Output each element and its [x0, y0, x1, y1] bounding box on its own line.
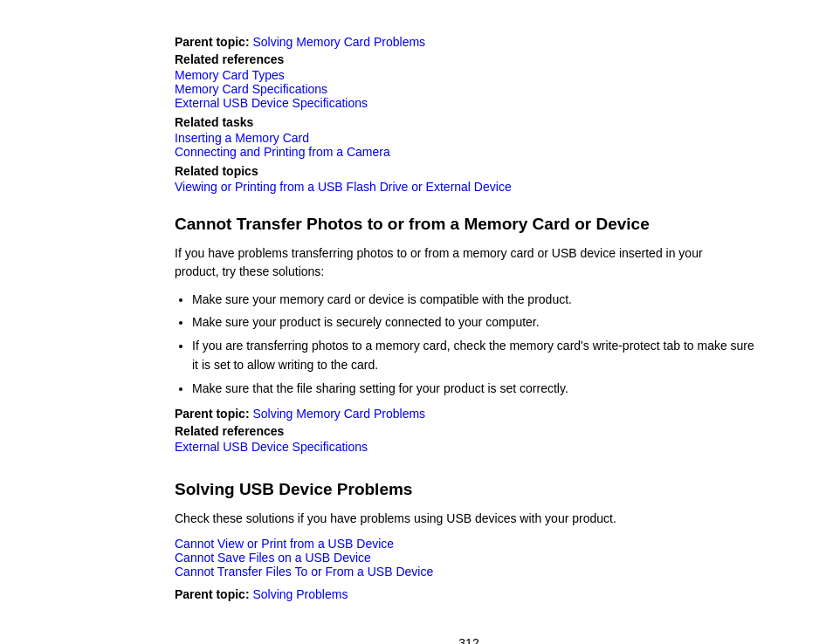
task-link-inserting-memory-card[interactable]: Inserting a Memory Card	[175, 131, 763, 145]
parent-topic-link[interactable]: Solving Memory Card Problems	[252, 35, 425, 49]
solving-usb-section: Solving USB Device Problems Check these …	[175, 480, 763, 601]
cannot-transfer-refs-list: External USB Device Specifications	[175, 440, 763, 454]
ref-link-memory-card-specs[interactable]: Memory Card Specifications	[175, 82, 763, 96]
bullet-item-2: Make sure your product is securely conne…	[192, 312, 760, 332]
cannot-transfer-heading: Cannot Transfer Photos to or from a Memo…	[175, 215, 763, 234]
parent-topic-label: Parent topic:	[175, 35, 250, 49]
usb-link-cannot-save-files[interactable]: Cannot Save Files on a USB Device	[175, 551, 763, 565]
cannot-transfer-parent-label: Parent topic:	[175, 407, 250, 421]
page-number: 312	[175, 636, 763, 644]
cannot-transfer-intro: If you have problems transferring photos…	[175, 244, 742, 281]
task-link-connecting-printing-camera[interactable]: Connecting and Printing from a Camera	[175, 145, 763, 159]
bullet-item-4: Make sure that the file sharing setting …	[192, 379, 760, 398]
page-container: Parent topic: Solving Memory Card Proble…	[0, 0, 833, 644]
top-parent-topic: Parent topic: Solving Memory Card Proble…	[175, 35, 763, 49]
related-references-block: Related references Memory Card Types Mem…	[175, 52, 763, 110]
cannot-transfer-related-refs: Related references External USB Device S…	[175, 424, 763, 454]
cannot-transfer-related-refs-label: Related references	[175, 424, 763, 438]
solving-usb-parent-label: Parent topic:	[175, 587, 250, 601]
bullet-item-1: Make sure your memory card or device is …	[192, 290, 760, 309]
solving-usb-links: Cannot View or Print from a USB Device C…	[175, 537, 763, 579]
usb-link-cannot-transfer-files[interactable]: Cannot Transfer Files To or From a USB D…	[175, 565, 763, 579]
related-refs-list: Memory Card Types Memory Card Specificat…	[175, 68, 763, 110]
cannot-transfer-parent-topic: Parent topic: Solving Memory Card Proble…	[175, 407, 763, 421]
ref-link-external-usb-specs-top[interactable]: External USB Device Specifications	[175, 96, 763, 110]
related-tasks-block: Related tasks Inserting a Memory Card Co…	[175, 115, 763, 159]
related-topics-list: Viewing or Printing from a USB Flash Dri…	[175, 180, 763, 194]
related-references-label: Related references	[175, 52, 763, 66]
bullet-item-3: If you are transferring photos to a memo…	[192, 336, 760, 375]
solving-usb-heading: Solving USB Device Problems	[175, 480, 763, 499]
cannot-transfer-section: Cannot Transfer Photos to or from a Memo…	[175, 215, 763, 454]
solving-usb-parent-link[interactable]: Solving Problems	[252, 587, 348, 601]
ref-link-memory-card-types[interactable]: Memory Card Types	[175, 68, 763, 82]
solving-usb-parent-topic: Parent topic: Solving Problems	[175, 587, 763, 601]
related-tasks-list: Inserting a Memory Card Connecting and P…	[175, 131, 763, 159]
related-topics-block: Related topics Viewing or Printing from …	[175, 164, 763, 194]
cannot-transfer-bullets: Make sure your memory card or device is …	[192, 290, 760, 398]
ref-link-external-usb-specs-mid[interactable]: External USB Device Specifications	[175, 440, 763, 454]
solving-usb-intro: Check these solutions if you have proble…	[175, 510, 742, 528]
related-tasks-label: Related tasks	[175, 115, 763, 129]
related-topics-label: Related topics	[175, 164, 763, 178]
usb-link-cannot-view-print[interactable]: Cannot View or Print from a USB Device	[175, 537, 763, 551]
content-area: Parent topic: Solving Memory Card Proble…	[175, 35, 763, 644]
cannot-transfer-parent-link[interactable]: Solving Memory Card Problems	[252, 407, 425, 421]
topic-link-viewing-printing-usb[interactable]: Viewing or Printing from a USB Flash Dri…	[175, 180, 763, 194]
